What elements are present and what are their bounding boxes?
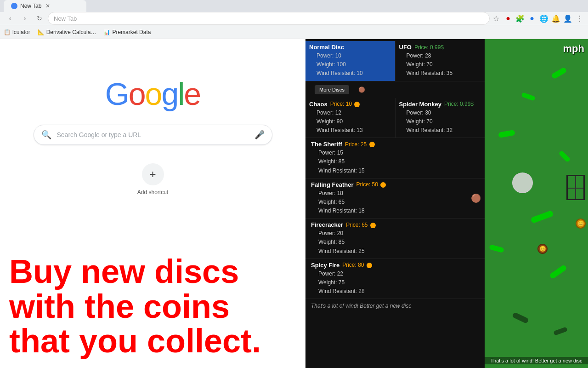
- disc-sheriff-stats: Power: 15Weight: 85Wind Resistant: 15: [311, 149, 479, 175]
- add-shortcut-label: Add shortcut: [137, 189, 168, 196]
- disc-chaos-name: Chaos: [309, 101, 328, 108]
- pill-5: [530, 210, 554, 224]
- disc-sheriff-price: Price: 25: [345, 141, 375, 148]
- omnibar-row: ‹ › ↻ New Tab ☆ ● 🧩 ● 🌐 🔔 👤 ⋮: [0, 12, 588, 25]
- disc-firecracker-price: Price: 65: [346, 222, 376, 228]
- omnibar[interactable]: New Tab: [48, 12, 490, 25]
- game-canvas: mph 😊 😊 That's a lot of wind! Better g: [485, 39, 588, 368]
- disc-normal-name: Normal Disc: [309, 44, 344, 51]
- logo-e: e: [184, 76, 200, 111]
- bookmark-icon-1: 📋: [4, 29, 11, 35]
- smiley-2: 😊: [537, 244, 548, 254]
- disc-falling-feather[interactable]: Falling Feather Price: 50 Power: 18Weigh…: [305, 178, 485, 219]
- disc-ufo-price: Price: 0.99$: [414, 44, 444, 51]
- toolbar-icons: ☆ ● 🧩 ● 🌐 🔔 👤 ⋮: [492, 14, 584, 23]
- disc-spider-monkey-stats: Power: 30Weight: 70Wind Resistant: 32: [399, 109, 481, 135]
- bookmark-derivative[interactable]: 📐 Derivative Calcula…: [38, 29, 96, 35]
- coin-count: 🟤: [358, 86, 365, 93]
- extension-icon-puzzle[interactable]: 🧩: [515, 14, 525, 23]
- logo-g: G: [105, 76, 129, 111]
- disc-normal[interactable]: Normal Disc Power: 10Weight: 100Wind Res…: [305, 41, 396, 81]
- pill-1: [551, 67, 567, 79]
- pill-7: [549, 264, 567, 280]
- disc-spicy-fire[interactable]: Spicy Fire Price: 80 Power: 22Weight: 75…: [305, 259, 485, 299]
- microphone-icon[interactable]: 🎤: [254, 130, 265, 140]
- pill-6: [489, 244, 504, 253]
- disc-ufo[interactable]: UFO Price: 0.99$ Power: 28Weight: 70Wind…: [396, 41, 485, 81]
- extension-icon-2[interactable]: 🔔: [551, 14, 560, 23]
- more-discs-row: More Discs 🟤: [305, 81, 485, 98]
- pill-3: [498, 130, 515, 138]
- disc-spicy-fire-stats: Power: 22Weight: 75Wind Resistant: 28: [311, 270, 479, 296]
- disc-chaos-name-row: Chaos Price: 10: [309, 101, 391, 108]
- search-bar[interactable]: 🔍 Search Google or type a URL 🎤: [34, 125, 272, 145]
- tab-close-btn[interactable]: ✕: [44, 2, 51, 10]
- logo-g2: g: [161, 76, 178, 111]
- disc-spider-monkey[interactable]: Spider Monkey Price: 0.99$ Power: 30Weig…: [396, 98, 485, 138]
- smiley-1: 😊: [576, 218, 586, 229]
- game-panel: Normal Disc Power: 10Weight: 100Wind Res…: [305, 39, 588, 368]
- add-shortcut-button[interactable]: + Add shortcut: [137, 163, 168, 196]
- menu-icon[interactable]: ⋮: [575, 14, 584, 23]
- pill-dark-2: [553, 327, 568, 336]
- shop-sidebar: Normal Disc Power: 10Weight: 100Wind Res…: [305, 39, 485, 368]
- bookmark-label-1: lculator: [12, 29, 30, 35]
- browser-chrome: New Tab ✕ ‹ › ↻ New Tab ☆ ● 🧩 ● 🌐 🔔 👤 ⋮: [0, 0, 588, 25]
- shortcuts-row: + Add shortcut: [137, 163, 168, 196]
- disc-spider-monkey-name: Spider Monkey: [399, 101, 441, 108]
- extension-icon-3[interactable]: 👤: [563, 14, 572, 23]
- disc-sheriff-name-row: The Sheriff Price: 25: [311, 141, 479, 148]
- reload-button[interactable]: ↻: [33, 12, 46, 25]
- disc-falling-feather-name: Falling Feather: [311, 181, 353, 188]
- disc-falling-feather-name-row: Falling Feather Price: 50: [311, 181, 479, 188]
- disc-sheriff-name: The Sheriff: [311, 141, 342, 148]
- bookmark-label-2: Derivative Calcula…: [46, 29, 96, 35]
- logo-o2: o: [145, 76, 162, 111]
- back-button[interactable]: ‹: [4, 12, 17, 25]
- big-red-text: Buy new discs with the coins that you co…: [0, 250, 303, 368]
- profile-icon[interactable]: ●: [527, 14, 537, 23]
- search-icon: 🔍: [41, 130, 51, 140]
- bookmark-premarket[interactable]: 📊 Premarket Data: [103, 29, 151, 35]
- disc-chaos-stats: Power: 12Weight: 90Wind Resistant: 13: [309, 109, 391, 135]
- pill-2: [521, 92, 536, 101]
- disc-firecracker-stats: Power: 20Weight: 85Wind Resistant: 25: [311, 229, 479, 256]
- disc-chaos[interactable]: Chaos Price: 10 Power: 12Weight: 90Wind …: [305, 98, 396, 138]
- pill-4: [559, 150, 571, 163]
- frisbee-disc: [512, 172, 533, 193]
- disc-row-top: Normal Disc Power: 10Weight: 100Wind Res…: [305, 41, 485, 81]
- disc-ufo-name: UFO: [399, 44, 412, 51]
- add-shortcut-circle[interactable]: +: [142, 163, 164, 185]
- search-placeholder: Search Google or type a URL: [57, 131, 249, 138]
- logo-o1: o: [129, 76, 145, 111]
- disc-spider-monkey-price: Price: 0.99$: [444, 101, 474, 107]
- shop-footer: That's a lot of wind! Better get a new d…: [305, 299, 485, 313]
- star-icon[interactable]: ☆: [492, 14, 501, 23]
- disc-chaos-price: Price: 10: [330, 101, 360, 107]
- extension-icon-1[interactable]: 🌐: [539, 14, 548, 23]
- disc-normal-name-row: Normal Disc: [309, 44, 391, 51]
- active-tab[interactable]: New Tab ✕: [4, 0, 86, 12]
- disc-ufo-name-row: UFO Price: 0.99$: [399, 44, 481, 51]
- main-content: Google 🔍 Search Google or type a URL 🎤 +…: [0, 39, 588, 368]
- disc-spider-monkey-name-row: Spider Monkey Price: 0.99$: [399, 101, 481, 108]
- omnibar-text: New Tab: [54, 15, 77, 22]
- disc-firecracker-name-row: Firecracker Price: 65: [311, 221, 479, 228]
- bookmark-icon-3: 📊: [103, 29, 110, 35]
- feather-decoration: 🟤: [471, 193, 481, 203]
- bookmark-calculator[interactable]: 📋 lculator: [4, 29, 30, 35]
- bookmark-label-3: Premarket Data: [112, 29, 151, 35]
- disc-spicy-fire-name: Spicy Fire: [311, 262, 339, 269]
- google-logo: Google: [105, 76, 200, 112]
- forward-button[interactable]: ›: [18, 12, 31, 25]
- disc-sheriff[interactable]: The Sheriff Price: 25 Power: 15Weight: 8…: [305, 138, 485, 178]
- disc-firecracker[interactable]: Firecracker Price: 65 Power: 20Weight: 8…: [305, 218, 485, 259]
- disc-firecracker-name: Firecracker: [311, 221, 343, 228]
- bookmark-icon-2: 📐: [38, 29, 45, 35]
- disc-spicy-fire-price: Price: 80: [342, 262, 372, 268]
- disc-falling-feather-stats: Power: 18Weight: 65Wind Resistant: 18: [311, 189, 479, 216]
- disc-normal-stats: Power: 10Weight: 100Wind Resistant: 10: [309, 52, 391, 78]
- extension-icon-red[interactable]: ●: [503, 14, 513, 23]
- wind-text: That's a lot of wind! Better get a new d…: [485, 357, 588, 364]
- more-discs-button[interactable]: More Discs: [315, 85, 349, 94]
